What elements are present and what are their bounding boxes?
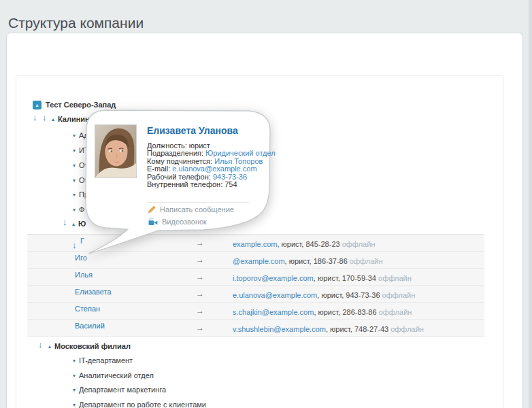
employee-details: , юрист, 845-28-23 xyxy=(277,240,342,248)
sort-down-icon[interactable]: ↓ xyxy=(42,113,47,122)
pencil-icon xyxy=(148,205,156,214)
status-badge: оффлайн xyxy=(379,308,412,316)
sort-down-icon[interactable]: ↓ xyxy=(38,340,43,350)
status-badge: оффлайн xyxy=(390,325,424,333)
status-badge: оффлайн xyxy=(378,274,412,282)
arrow-right-icon: → xyxy=(196,272,204,282)
arrow-right-icon: → xyxy=(196,306,204,316)
department-link[interactable]: Юридический отдел xyxy=(205,149,276,157)
employee-email-link[interactable]: e.ulanova@example.com xyxy=(233,291,317,299)
chevron-expanded-icon[interactable]: ▴ xyxy=(52,114,58,124)
employee-details: , юрист, 748-27-43 xyxy=(326,325,390,333)
employee-name-link[interactable]: Илья xyxy=(75,271,93,279)
employee-name-link[interactable]: Елизавета xyxy=(75,288,112,296)
chevron-collapsed-icon[interactable]: ▾ xyxy=(73,400,79,408)
employee-name-heading[interactable]: Елизавета Уланова xyxy=(147,125,238,136)
divider xyxy=(147,202,249,203)
table-row: Степан → s.chajkin@example.com, юрист, 2… xyxy=(27,303,484,320)
tree-item-it-department[interactable]: IT-департамент xyxy=(79,356,133,366)
tree-row-dept: ▾ IT-департамент xyxy=(73,356,133,366)
employee-details: , юрист, 170-59-34 xyxy=(314,274,378,282)
sort-down-icon[interactable]: ↓ xyxy=(33,113,37,122)
employee-details: , юрист, 286-83-86 xyxy=(314,308,378,316)
status-badge: оффлайн xyxy=(342,240,376,248)
scrollbar[interactable] xyxy=(529,0,532,408)
write-message-action[interactable]: Написать сообщение xyxy=(148,205,234,214)
tree-item-marketing-dept[interactable]: Департамент маркетинга xyxy=(79,385,166,395)
employee-email-link[interactable]: v.shushlebin@example.com xyxy=(233,325,326,333)
field-internal-phone: Внутренний телефон: 754 xyxy=(147,181,276,188)
portrait-image xyxy=(95,125,136,177)
table-row: Илья → i.toporov@example.com, юрист, 170… xyxy=(27,269,484,286)
employee-name-link[interactable]: Степан xyxy=(75,305,100,313)
work-phone-link[interactable]: 943-73-36 xyxy=(213,173,247,181)
tree-item-moscow-branch[interactable]: Московский филиал xyxy=(54,341,131,352)
video-call-action[interactable]: Видеозвонок xyxy=(148,217,207,226)
chevron-expanded-icon[interactable]: ▴ xyxy=(48,341,54,352)
table-row: Елизавета → e.ulanova@example.com, юрист… xyxy=(27,286,484,303)
manager-link[interactable]: Илья Топоров xyxy=(214,157,263,165)
video-camera-icon xyxy=(148,218,158,226)
arrow-right-icon: → xyxy=(196,323,204,333)
status-badge: оффлайн xyxy=(382,291,416,299)
page-title: Структура компании xyxy=(8,15,144,31)
employee-fields: Должность: юрист Подразделения: Юридичес… xyxy=(147,142,276,188)
employee-email-link[interactable]: i.toporov@example.com xyxy=(233,274,314,282)
employee-details: , юрист, 186-37-86 xyxy=(285,257,350,265)
chevron-collapsed-icon[interactable]: ▾ xyxy=(73,385,79,395)
video-call-label: Видеозвонок xyxy=(162,217,207,226)
status-badge: оффлайн xyxy=(350,257,383,265)
employee-photo[interactable] xyxy=(95,124,137,178)
collapse-toggle-icon[interactable]: ▴ xyxy=(33,101,41,109)
tree-row-moscow: ▴ Московский филиал xyxy=(48,341,131,352)
company-structure-page: Структура компании ▴ Тест Северо-Запад ↓… xyxy=(0,0,532,408)
tree-item-analytics-dept[interactable]: Аналитический отдел xyxy=(79,371,154,381)
employee-email-link[interactable]: s.chajkin@example.com xyxy=(233,308,314,316)
email-link[interactable]: e.ulanova@example.com xyxy=(172,165,256,173)
table-row: Василий → v.shushlebin@example.com, юрис… xyxy=(27,320,484,337)
chevron-collapsed-icon[interactable]: ▾ xyxy=(73,371,79,381)
sort-down-icon[interactable]: ↓ xyxy=(63,218,67,227)
tree-row-dept: ▾ Аналитический отдел xyxy=(73,371,154,381)
write-message-label: Написать сообщение xyxy=(160,205,234,214)
chevron-collapsed-icon[interactable]: ▾ xyxy=(73,356,79,366)
employee-popup: Елизавета Уланова Должность: юрист Подра… xyxy=(77,101,281,264)
tree-item-client-dept[interactable]: Департамент по работе с клиентами xyxy=(79,400,206,408)
employee-details: , юрист, 943-73-36 xyxy=(317,291,382,299)
arrow-right-icon: → xyxy=(196,289,204,299)
tree-row-dept: ▾ Департамент по работе с клиентами xyxy=(73,400,206,408)
tree-row-dept: ▾ Департамент маркетинга xyxy=(73,385,166,395)
employee-name-link[interactable]: Василий xyxy=(75,322,105,330)
